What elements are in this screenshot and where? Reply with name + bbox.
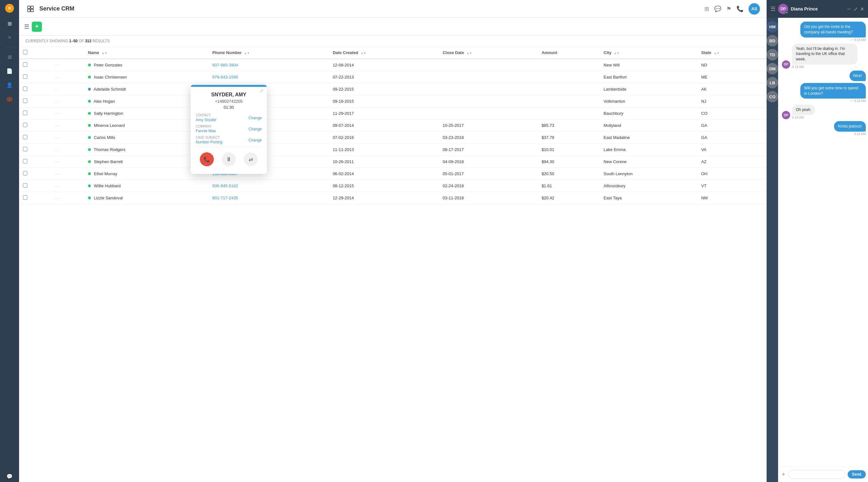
row-actions-8[interactable]: ···	[51, 156, 84, 168]
sidebar-item-cases[interactable]: 💼	[4, 93, 15, 105]
row-phone-11[interactable]: 801-717-2435	[209, 192, 329, 204]
sidebar-item-list[interactable]: ≡	[4, 32, 15, 43]
row-checkbox-6	[19, 132, 51, 144]
transfer-button[interactable]: ⇄	[244, 152, 258, 166]
sidebar-item-contacts[interactable]: 👤	[4, 79, 15, 91]
chat-close-icon[interactable]: ✕	[860, 6, 864, 12]
row-actions-11[interactable]: ···	[51, 192, 84, 204]
results-bar: CURRENTLY SHOWING 1–50 OF 312 RESULTS	[19, 36, 766, 47]
results-label: RESULTS	[92, 39, 110, 43]
list-view-icon[interactable]: ☰	[24, 23, 29, 30]
row-checkbox-1	[19, 71, 51, 83]
row-city-5: Mollyland	[600, 119, 698, 132]
col-date-created[interactable]: Date Created ▲▼	[329, 47, 439, 59]
row-phone-10[interactable]: 936-945-5162	[209, 180, 329, 192]
chat-contact-lb[interactable]: LB	[767, 77, 778, 88]
col-phone[interactable]: Phone Number ▲▼	[209, 47, 329, 59]
row-select-2[interactable]	[23, 86, 27, 91]
chat-contact-td[interactable]: TD	[767, 49, 778, 60]
row-select-6[interactable]	[23, 135, 27, 139]
phone-icon[interactable]: 📞	[737, 5, 743, 12]
message-2: Yeah, but I'll be dialing in. I'm travel…	[792, 44, 858, 69]
row-select-5[interactable]	[23, 123, 27, 127]
toolbar: ☰ +	[19, 18, 766, 36]
chat-menu-icon[interactable]: ☰	[771, 5, 776, 12]
pause-button[interactable]: ⏸	[222, 152, 236, 166]
row-state-5: GA	[698, 119, 766, 132]
hangup-button[interactable]: 📞	[200, 152, 214, 166]
message-4: Will you get some time to spend in Londo…	[800, 83, 866, 103]
row-actions-6[interactable]: ···	[51, 132, 84, 144]
chat-send-button[interactable]: Send	[848, 470, 866, 479]
row-select-8[interactable]	[23, 159, 27, 164]
col-name[interactable]: Name ▲▼	[84, 47, 209, 59]
row-select-10[interactable]	[23, 183, 27, 188]
row-select-1[interactable]	[23, 75, 27, 79]
sidebar-item-home[interactable]: ⊞	[4, 18, 15, 29]
chat-contact-bd[interactable]: BD	[767, 35, 778, 47]
chat-contact-dm[interactable]: DM	[767, 63, 778, 75]
row-select-4[interactable]	[23, 111, 27, 115]
row-select-7[interactable]	[23, 147, 27, 151]
row-phone-0[interactable]: 937-985-3904	[209, 59, 329, 71]
chat-minimize-icon[interactable]: ─	[847, 6, 851, 12]
select-all-checkbox[interactable]	[23, 50, 27, 54]
content-area: CURRENTLY SHOWING 1–50 OF 312 RESULTS Na…	[19, 36, 766, 482]
flag-icon[interactable]: ⚑	[726, 5, 732, 12]
message-1-time: ✓ 9:18 AM	[850, 38, 865, 41]
sidebar-item-chat[interactable]: 💬	[4, 471, 15, 482]
module-icon	[25, 4, 36, 14]
chat-contact-co[interactable]: CO	[767, 91, 778, 103]
row-actions-3[interactable]: ···	[51, 95, 84, 108]
grid-icon[interactable]: ⊞	[704, 5, 709, 12]
chat-icon[interactable]: 💬	[714, 5, 721, 12]
col-close-date[interactable]: Close Date ▲▼	[439, 47, 537, 59]
row-name-8: Stephen Barrett	[84, 156, 209, 168]
chat-expand-icon[interactable]: ⤢	[854, 6, 858, 12]
status-indicator-6	[88, 136, 91, 139]
call-case-change[interactable]: Change	[248, 138, 262, 142]
sidebar-item-dashboard[interactable]: ⊠	[4, 51, 15, 63]
row-state-1: ME	[698, 71, 766, 83]
row-date-created-11: 12-29-2014	[329, 192, 439, 204]
status-indicator-2	[88, 88, 91, 91]
row-state-0: ND	[698, 59, 766, 71]
row-checkbox-11	[19, 192, 51, 204]
row-select-9[interactable]	[23, 171, 27, 175]
call-popup-close-icon[interactable]: ⤢	[260, 88, 264, 93]
message-2-row: DP Yeah, but I'll be dialing in. I'm tra…	[782, 44, 866, 69]
call-case-label: CASE SUBJECT	[196, 136, 222, 139]
message-1: Did you get the invite to the company al…	[800, 22, 866, 41]
row-city-4: Bauchbury	[600, 108, 698, 119]
row-actions-1[interactable]: ···	[51, 71, 84, 83]
table-row: ··· Isaac Christensen 978-643-1590 07-22…	[19, 71, 766, 83]
row-actions-2[interactable]: ···	[51, 83, 84, 95]
row-actions-5[interactable]: ···	[51, 119, 84, 132]
chat-message-input[interactable]	[788, 470, 845, 479]
row-actions-0[interactable]: ···	[51, 59, 84, 71]
row-phone-1[interactable]: 978-643-1590	[209, 71, 329, 83]
row-amount-4	[538, 108, 600, 119]
sidebar-item-documents[interactable]: 📄	[4, 65, 15, 77]
row-amount-7: $10.01	[538, 144, 600, 156]
row-select-11[interactable]	[23, 195, 27, 200]
user-avatar[interactable]: AS	[748, 3, 760, 15]
call-contact-change[interactable]: Change	[248, 116, 262, 120]
add-button[interactable]: +	[32, 22, 42, 32]
row-city-6: East Madaline	[600, 132, 698, 144]
row-actions-9[interactable]: ···	[51, 168, 84, 180]
col-city[interactable]: City ▲▼	[600, 47, 698, 59]
records-table: Name ▲▼ Phone Number ▲▼ Date Created ▲▼ …	[19, 47, 766, 204]
chat-add-icon[interactable]: +	[782, 471, 785, 478]
row-actions-10[interactable]: ···	[51, 180, 84, 192]
row-select-0[interactable]	[23, 62, 27, 67]
row-select-3[interactable]	[23, 98, 27, 103]
chat-contact-hm[interactable]: HM	[767, 21, 778, 32]
col-state[interactable]: State ▲▼	[698, 47, 766, 59]
row-actions-7[interactable]: ···	[51, 144, 84, 156]
message-2-avatar: DP	[782, 60, 790, 69]
call-company-change[interactable]: Change	[248, 127, 262, 131]
row-actions-4[interactable]: ···	[51, 108, 84, 119]
message-2-time: 9:18 AM	[792, 65, 804, 69]
col-amount[interactable]: Amount	[538, 47, 600, 59]
